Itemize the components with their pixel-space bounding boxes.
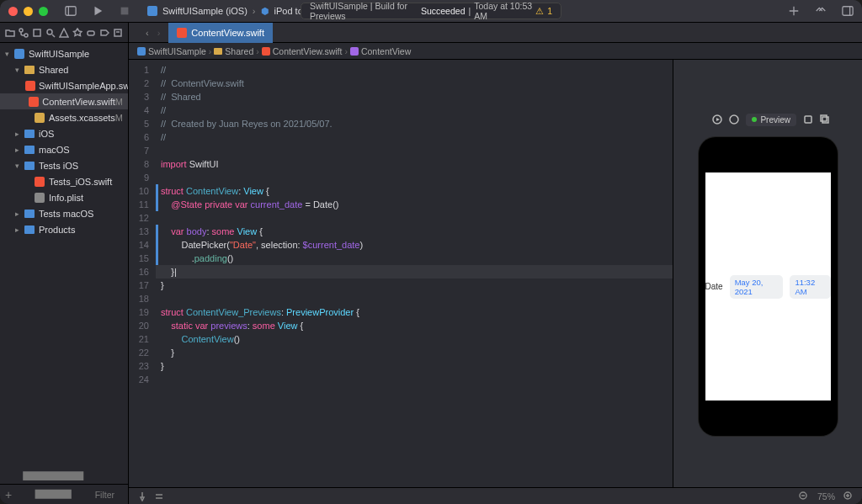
status-time: Today at 10:53 AM [474, 1, 532, 21]
code-line[interactable]: DatePicker("Date", selection: $current_d… [161, 238, 673, 252]
maximize-icon[interactable] [39, 7, 48, 16]
stop-icon[interactable] [119, 5, 130, 17]
tree-row[interactable]: ▾SwiftUISample [0, 45, 128, 61]
jump-4[interactable]: ContentView [361, 46, 411, 56]
editor-tab[interactable]: ContentView.swift [168, 23, 273, 43]
code-line[interactable]: } [161, 359, 673, 373]
code-line[interactable]: // Created by Juan Reyes on 2021/05/07. [161, 117, 673, 130]
source-editor[interactable]: 123456789101112131415161718192021222324 … [129, 60, 673, 487]
code-line[interactable]: static var previews: some View { [161, 319, 673, 332]
code-line[interactable] [161, 211, 673, 225]
tree-row[interactable]: ▾Tests iOS [0, 157, 128, 173]
preview-status-pill[interactable]: Preview [746, 114, 796, 126]
line-number: 5 [129, 117, 149, 130]
tree-row[interactable]: ▸Tests macOS [0, 205, 128, 221]
datepicker-time-chip[interactable]: 11:32 AM [790, 275, 830, 299]
code-line[interactable]: // [161, 130, 673, 144]
report-nav-icon[interactable] [113, 28, 123, 38]
issue-nav-icon[interactable] [59, 28, 69, 38]
breakpoint-nav-icon[interactable] [99, 28, 109, 38]
tree-row[interactable]: ▾Shared [0, 61, 128, 77]
datepicker-date-chip[interactable]: May 20, 2021 [730, 275, 784, 299]
code-line[interactable]: struct ContentView: View { [161, 184, 673, 198]
change-mark [156, 184, 158, 198]
device-screen[interactable]: Date May 20, 2021 11:32 AM [705, 172, 831, 401]
line-number: 11 [129, 198, 149, 211]
play-preview-icon[interactable] [712, 114, 722, 125]
code-line[interactable] [161, 373, 673, 386]
adjust-icon[interactable] [154, 491, 164, 501]
disclosure-icon[interactable]: ▾ [15, 162, 24, 170]
back-button[interactable]: ‹ [146, 28, 149, 38]
tree-row[interactable]: Info.plist [0, 189, 128, 205]
add-target-icon[interactable]: + [5, 488, 12, 501]
symbol-nav-icon[interactable] [32, 28, 42, 38]
code-line[interactable]: ContentView() [161, 332, 673, 346]
code-line[interactable] [161, 292, 673, 305]
run-icon[interactable] [92, 5, 104, 17]
code-line[interactable]: } [161, 279, 673, 292]
find-nav-icon[interactable] [45, 28, 56, 38]
filter-input[interactable]: Filter [95, 490, 114, 500]
code-line[interactable]: @State private var current_date = Date() [161, 198, 673, 211]
jump-3[interactable]: ContentView.swift [273, 46, 343, 56]
test-nav-icon[interactable] [72, 28, 82, 38]
svg-point-32 [730, 115, 738, 124]
activity-status[interactable]: SwiftUISample | Build for Previews Succe… [301, 3, 561, 19]
live-preview-icon[interactable] [729, 114, 739, 125]
code-line[interactable]: } [161, 346, 673, 359]
add-icon[interactable] [788, 5, 800, 17]
tree-label: macOS [39, 145, 70, 155]
source-control-nav-icon[interactable] [19, 28, 29, 38]
cursor-line-highlight [156, 265, 673, 279]
disclosure-icon[interactable]: ▾ [5, 50, 13, 58]
tree-row[interactable]: ▸iOS [0, 125, 128, 141]
zoom-level[interactable]: 75% [817, 491, 835, 501]
code-line[interactable] [161, 171, 673, 184]
zoom-in-icon[interactable] [843, 491, 854, 501]
jump-1[interactable]: SwiftUISample [148, 46, 206, 56]
close-icon[interactable] [8, 7, 18, 16]
disclosure-icon[interactable]: ▸ [15, 210, 24, 218]
duplicate-preview-icon[interactable] [820, 114, 830, 125]
code-line[interactable]: struct ContentView_Previews: PreviewProv… [161, 305, 673, 319]
svg-rect-13 [88, 31, 94, 35]
sidebar-toggle-icon[interactable] [65, 5, 77, 17]
code-line[interactable]: // Shared [161, 90, 673, 103]
tree-row[interactable]: ▸Products [0, 221, 128, 237]
filter-icon[interactable] [17, 458, 89, 504]
code-line[interactable]: // ContentView.swift [161, 77, 673, 90]
inspectors-toggle-icon[interactable] [842, 5, 854, 17]
svg-rect-6 [843, 7, 853, 16]
code-line[interactable]: // [161, 63, 673, 77]
device-settings-icon[interactable] [803, 114, 813, 125]
code-line[interactable] [161, 144, 673, 157]
folder-icon [24, 208, 35, 220]
tree-row[interactable]: ContentView.swiftM [0, 93, 128, 109]
code-line[interactable]: .padding() [161, 252, 673, 265]
code-content[interactable]: //// ContentView.swift// Shared//// Crea… [156, 60, 673, 487]
line-number: 7 [129, 144, 149, 157]
jump-bar[interactable]: SwiftUISample› Shared› ContentView.swift… [129, 43, 862, 60]
tree-row[interactable]: Tests_iOS.swift [0, 173, 128, 189]
disclosure-icon[interactable]: ▸ [15, 130, 24, 138]
warning-icon[interactable]: ⚠ [535, 6, 544, 16]
tree-row[interactable]: Assets.xcassetsM [0, 109, 128, 125]
jump-2[interactable]: Shared [225, 46, 253, 56]
preview-toolbar: Preview [673, 110, 837, 129]
zoom-out-icon[interactable] [799, 491, 809, 501]
forward-button[interactable]: › [157, 28, 161, 38]
tree-row[interactable]: SwiftUISampleApp.swift [0, 77, 128, 93]
code-line[interactable]: var body: some View { [161, 225, 673, 238]
code-line[interactable]: // [161, 103, 673, 117]
pin-icon[interactable] [137, 491, 147, 501]
debug-nav-icon[interactable] [86, 28, 96, 38]
disclosure-icon[interactable]: ▸ [15, 225, 24, 234]
disclosure-icon[interactable]: ▾ [15, 66, 24, 74]
tree-row[interactable]: ▸macOS [0, 141, 128, 157]
minimize-icon[interactable] [24, 7, 33, 16]
project-nav-icon[interactable] [5, 28, 15, 38]
library-icon[interactable] [815, 5, 827, 17]
disclosure-icon[interactable]: ▸ [15, 146, 24, 154]
code-line[interactable]: import SwiftUI [161, 157, 673, 171]
